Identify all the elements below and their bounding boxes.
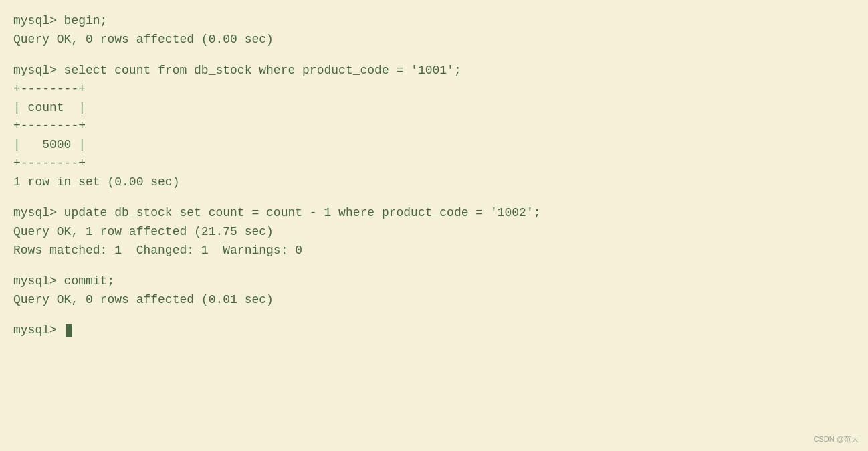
watermark: CSDN @范大 [814, 434, 859, 444]
terminal-line: Query OK, 1 row affected (21.75 sec) [13, 223, 855, 242]
terminal-line: mysql> begin; [13, 12, 855, 31]
terminal-line: mysql> [13, 321, 855, 340]
spacer [13, 192, 855, 204]
terminal-line: mysql> select count from db_stock where … [13, 62, 855, 80]
terminal-line: mysql> update db_stock set count = count… [13, 204, 855, 223]
terminal-line: +--------+ [13, 155, 855, 173]
terminal-line: Query OK, 0 rows affected (0.01 sec) [13, 291, 855, 310]
spacer [13, 309, 855, 321]
terminal-line: | count | [13, 99, 855, 118]
terminal-line: +--------+ [13, 80, 855, 99]
terminal-line: +--------+ [13, 117, 855, 136]
spacer [13, 50, 855, 62]
terminal-line: Rows matched: 1 Changed: 1 Warnings: 0 [13, 242, 855, 260]
terminal-line: Query OK, 0 rows affected (0.00 sec) [13, 31, 855, 50]
terminal-line: | 5000 | [13, 136, 855, 155]
terminal-line: mysql> commit; [13, 272, 855, 291]
terminal-window: mysql> begin;Query OK, 0 rows affected (… [0, 0, 868, 451]
spacer [13, 260, 855, 272]
terminal-line: 1 row in set (0.00 sec) [13, 173, 855, 192]
terminal-cursor [66, 324, 72, 337]
